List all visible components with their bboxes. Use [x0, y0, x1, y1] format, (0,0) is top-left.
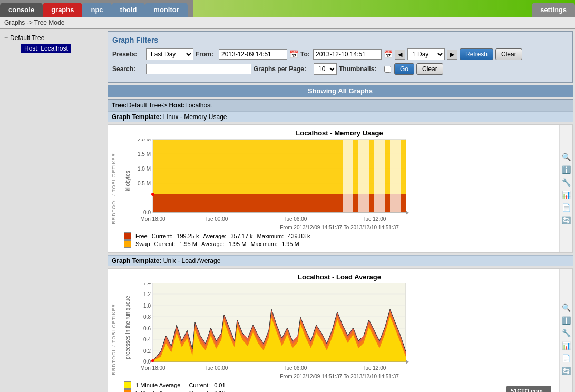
refresh-button[interactable]: Refresh — [460, 48, 493, 60]
graph-filters-panel: Graph Filters Presets: Last Day Last Wee… — [108, 31, 573, 83]
tab-console[interactable]: console — [0, 3, 43, 17]
legend-swap-avg: 1.95 M — [229, 241, 247, 247]
graph-filters-title: Graph Filters — [112, 36, 568, 44]
tab-thold[interactable]: thold — [112, 3, 145, 17]
tree-header: Tree:Default Tree-> Host:Localhost — [108, 99, 573, 111]
thumbnails-checkbox[interactable] — [384, 66, 391, 73]
load-wrench-icon[interactable]: 🔧 — [561, 328, 571, 338]
memory-chart-icon[interactable]: 📊 — [561, 190, 571, 200]
load-graph-area: Localhost - Load Average processes in th… — [120, 269, 559, 392]
load-info-icon[interactable]: ℹ️ — [561, 315, 571, 326]
timespan-select[interactable]: 1 Day 1 Week — [407, 48, 445, 60]
graph-template-2-header: Graph Template: Unix - Load Average — [108, 255, 573, 266]
svg-text:1.2: 1.2 — [143, 291, 151, 297]
search-input[interactable] — [146, 64, 251, 74]
memory-zoom-in-icon[interactable]: 🔍 — [561, 152, 571, 162]
prev-arrow-btn[interactable]: ◀ — [395, 50, 405, 60]
legend-swap-color — [124, 240, 131, 248]
tree-text: Tree: — [112, 102, 127, 109]
clear-button[interactable]: Clear — [495, 48, 522, 60]
legend-5min-current-label: Current: — [189, 390, 210, 392]
svg-text:0.5 M: 0.5 M — [138, 181, 151, 187]
memory-y-axis-label: kilobytes — [124, 139, 132, 223]
from-input[interactable] — [219, 49, 287, 60]
memory-info-icon[interactable]: ℹ️ — [561, 164, 571, 175]
graphs-per-page-select[interactable]: 10 25 50 — [314, 63, 337, 75]
memory-graph-title: Localhost - Memory Usage — [124, 129, 555, 137]
tab-npc[interactable]: npc — [82, 3, 111, 17]
svg-text:2.0 M: 2.0 M — [138, 139, 151, 142]
svg-text:0.0: 0.0 — [143, 210, 151, 215]
memory-graph-container: RRDTOOL / TOBI OETIKER Localhost - Memor… — [108, 124, 573, 253]
gt1-label-name: Linux - Memory Usage — [163, 113, 227, 121]
svg-text:Tue 12:00: Tue 12:00 — [363, 365, 386, 371]
svg-text:Tue 00:00: Tue 00:00 — [204, 216, 228, 222]
clear2-button[interactable]: Clear — [416, 63, 443, 75]
legend-free-avg-label: Average: — [203, 233, 227, 239]
from-label: From: — [196, 51, 217, 58]
svg-text:Tue 00:00: Tue 00:00 — [204, 365, 228, 371]
presets-label: Presets: — [112, 51, 144, 58]
legend-free-name: Free — [135, 233, 148, 239]
svg-text:0.8: 0.8 — [143, 314, 151, 320]
graphs-per-page-label: Graphs per Page: — [254, 65, 311, 73]
memory-refresh-icon[interactable]: 🔄 — [561, 215, 571, 226]
collapse-icon: − — [4, 34, 8, 42]
legend-free-current: 199.25 k — [177, 233, 199, 239]
legend-free-avg: 357.17 k — [230, 233, 252, 239]
memory-graph-icons: 🔍 ℹ️ 🔧 📊 📄 🔄 — [559, 125, 572, 252]
legend-1min-current-label: Current: — [189, 382, 210, 388]
svg-rect-9 — [374, 140, 385, 212]
legend-5min-name: 5 Minute Average — [135, 390, 180, 392]
svg-marker-32 — [406, 360, 409, 364]
sidebar: − Default Tree Host: Localhost — [0, 29, 105, 392]
memory-chart-svg: 2.0 M 1.5 M 1.0 M 0.5 M 0.0 Mon 18:00 Tu… — [132, 139, 411, 223]
legend-free-current-label: Current: — [152, 233, 173, 239]
load-graph-container: RRDTOOL / TOBI OETIKER Localhost - Load … — [108, 268, 573, 392]
svg-rect-10 — [390, 140, 401, 212]
gt1-label-text: Graph Template: — [112, 113, 161, 121]
load-refresh-icon[interactable]: 🔄 — [561, 366, 571, 376]
gt2-label-text: Graph Template: — [112, 257, 161, 264]
sidebar-host-label[interactable]: Host: Localhost — [21, 44, 71, 53]
legend-free-max: 439.83 k — [288, 233, 310, 239]
showing-bar: Showing All Graphs — [108, 85, 573, 97]
tab-graphs[interactable]: graphs — [43, 3, 82, 17]
go-button[interactable]: Go — [394, 63, 414, 75]
legend-swap-max: 1.95 M — [281, 241, 299, 247]
legend-row-free: Free Current: 199.25 k Average: 357.17 k… — [124, 232, 555, 240]
legend-1min-color — [124, 381, 131, 389]
svg-text:Mon 18:00: Mon 18:00 — [140, 216, 165, 222]
svg-text:1.5 M: 1.5 M — [138, 151, 151, 157]
memory-page-icon[interactable]: 📄 — [561, 202, 571, 213]
from-calendar-icon[interactable]: 📅 — [289, 50, 298, 58]
memory-wrench-icon[interactable]: 🔧 — [561, 177, 571, 188]
load-chart-icon[interactable]: 📊 — [561, 340, 571, 351]
host-name: Localhost — [185, 102, 212, 109]
sidebar-tree-item[interactable]: − Default Tree — [2, 33, 103, 43]
to-input[interactable] — [313, 49, 382, 60]
sidebar-tree-label[interactable]: Default Tree — [10, 34, 44, 42]
load-zoom-in-icon[interactable]: 🔍 — [561, 302, 571, 313]
watermark-site: 51CTO.com — [511, 388, 547, 392]
svg-point-11 — [151, 193, 154, 196]
thumbnails-label: Thumbnails: — [339, 65, 381, 73]
load-legend: 1 Minute Average Current: 0.01 5 Minute … — [124, 381, 555, 392]
legend-row-5min: 5 Minute Average Current: 0.10 — [124, 389, 555, 392]
tab-monitor[interactable]: monitor — [145, 3, 187, 17]
memory-legend: Free Current: 199.25 k Average: 357.17 k… — [124, 232, 555, 248]
filter-row-presets: Presets: Last Day Last Week Last Month F… — [112, 48, 568, 60]
svg-text:1.0: 1.0 — [143, 303, 151, 309]
next-arrow-btn[interactable]: ▶ — [447, 50, 457, 60]
to-label: To: — [300, 51, 311, 58]
svg-text:Tue 06:00: Tue 06:00 — [284, 365, 307, 371]
graph-template-1-header: Graph Template: Linux - Memory Usage — [108, 111, 573, 122]
load-page-icon[interactable]: 📄 — [561, 353, 571, 364]
svg-text:1.4: 1.4 — [143, 283, 151, 286]
svg-rect-7 — [343, 140, 353, 212]
presets-select[interactable]: Last Day Last Week Last Month — [146, 48, 193, 60]
legend-swap-max-label: Maximum: — [250, 241, 277, 247]
memory-graph-area: Localhost - Memory Usage kilobytes — [120, 125, 559, 252]
to-calendar-icon[interactable]: 📅 — [384, 50, 393, 58]
tab-settings[interactable]: settings — [532, 3, 575, 17]
